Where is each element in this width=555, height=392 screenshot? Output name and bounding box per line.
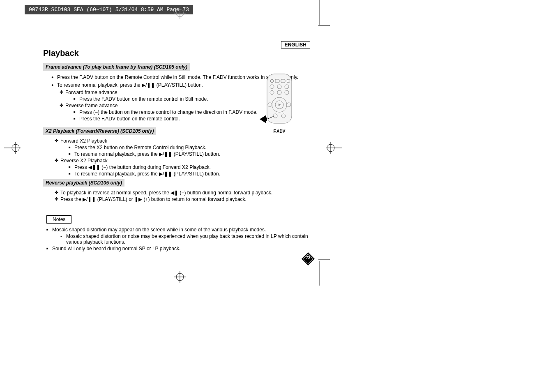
title-divider [43, 59, 314, 59]
list-item: Mosaic shaped distortion or noise may be… [60, 233, 314, 245]
svg-marker-34 [260, 115, 267, 123]
remote-control-illustration: F.ADV [259, 72, 300, 134]
list-item: Press the ▶/❚❚ (PLAY/STILL) or ❚▶ (+) bu… [55, 196, 314, 202]
language-badge: ENGLISH [281, 41, 310, 48]
subheading-reverse: Reverse playback (SCD105 only) [43, 179, 124, 187]
list-item: Reverse X2 Playback Press ◀❚❚ (−) the bu… [55, 158, 314, 177]
notes-section: Notes Mosaic shaped distortion may appea… [43, 203, 314, 251]
subheading-x2: X2 Playback (Forward/Reverse) (SCD105 on… [43, 127, 156, 135]
crop-mark-top-right [318, 0, 331, 30]
list-item: Sound will only be heard during normal S… [46, 246, 314, 251]
list-item: Mosaic shaped distortion may appear on t… [46, 227, 314, 245]
file-imprint: 00743R SCD103 SEA (60~107) 5/31/04 8:59 … [25, 5, 193, 14]
manual-page: 00743R SCD103 SEA (60~107) 5/31/04 8:59 … [0, 0, 555, 392]
page-number: 73 [301, 256, 315, 260]
subheading-frame-advance: Frame advance (To play back frame by fra… [43, 63, 190, 71]
list-item: Press ◀❚❚ (−) the button during during F… [69, 164, 314, 170]
list-item: Forward X2 Playback Press the X2 button … [55, 138, 314, 157]
list-item: To resume normal playback, press the ▶/❚… [69, 151, 314, 157]
list-item: To playback in reverse at normal speed, … [55, 190, 314, 196]
page-title: Playback [43, 48, 314, 58]
list-item: Press the X2 button on the Remote Contro… [69, 145, 314, 150]
list-reverse: To playback in reverse at normal speed, … [43, 190, 314, 202]
registration-mark-bottom [174, 271, 186, 284]
notes-label: Notes [46, 215, 71, 224]
page-number-badge: 73 [301, 251, 315, 267]
crop-mark-bottom-right [318, 257, 331, 287]
registration-mark-left [4, 142, 21, 155]
list-item: To resume normal playback, press the ▶/❚… [69, 171, 314, 177]
list-x2: Forward X2 Playback Press the X2 button … [43, 138, 314, 177]
notes-list: Mosaic shaped distortion may appear on t… [43, 227, 314, 251]
registration-mark-top [174, 7, 186, 20]
registration-mark-right [326, 142, 342, 155]
